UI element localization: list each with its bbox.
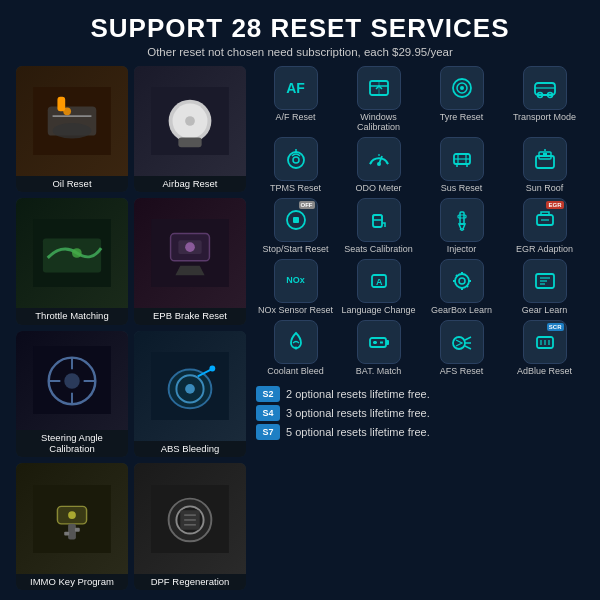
svg-line-83 <box>466 285 468 287</box>
svg-rect-90 <box>386 340 389 345</box>
thumb-throttle: Throttle Matching <box>16 198 128 325</box>
thumb-immo: IMMO Key Program <box>16 463 128 590</box>
badge-row-s7: S7 5 optional resets lifetime free. <box>256 424 584 440</box>
subtitle: Other reset not chosen need subscription… <box>16 46 584 58</box>
main-title: SUPPORT 28 RESET SERVICES <box>16 14 584 43</box>
svg-point-13 <box>72 248 82 258</box>
svg-point-29 <box>209 365 215 371</box>
service-injector: Injector <box>422 198 501 255</box>
service-gearlearn: Gear Learn <box>505 259 584 316</box>
battery-label: BAT. Match <box>356 366 401 377</box>
service-tpms: TPMS Reset <box>256 137 335 194</box>
transport-icon <box>523 66 567 110</box>
thumb-dpf-label: DPF Regeneration <box>134 574 246 590</box>
seats-icon <box>357 198 401 242</box>
badge-s4-text: 3 optional resets lifetime free. <box>286 407 430 419</box>
service-af-reset: AF A/F Reset <box>256 66 335 134</box>
badges-section: S2 2 optional resets lifetime free. S4 3… <box>256 386 584 440</box>
odo-label: ODO Meter <box>355 183 401 194</box>
thumb-immo-label: IMMO Key Program <box>16 574 128 590</box>
service-egr: EGR EGR Adaption <box>505 198 584 255</box>
thumb-epb: EPB Brake Reset <box>134 198 246 325</box>
thumb-abs: ABS Bleeding <box>134 331 246 458</box>
service-language: A Language Change <box>339 259 418 316</box>
gearbox-icon <box>440 259 484 303</box>
seats-label: Seats Calibration <box>344 244 413 255</box>
stopstart-label: Stop/Start Reset <box>262 244 328 255</box>
svg-rect-35 <box>75 527 80 531</box>
windows-label: Windows Calibration <box>339 112 418 134</box>
gearbox-label: GearBox Learn <box>431 305 492 316</box>
badge-s4: S4 <box>256 405 280 421</box>
svg-rect-34 <box>64 531 69 535</box>
gearlearn-icon <box>523 259 567 303</box>
thumb-steering: Steering Angle Calibration <box>16 331 128 458</box>
injector-label: Injector <box>447 244 477 255</box>
svg-point-47 <box>460 86 464 90</box>
windows-icon <box>357 66 401 110</box>
tpms-label: TPMS Reset <box>270 183 321 194</box>
badge-s7-text: 5 optional resets lifetime free. <box>286 426 430 438</box>
badge-row-s4: S4 3 optional resets lifetime free. <box>256 405 584 421</box>
af-reset-label: A/F Reset <box>275 112 315 123</box>
svg-point-10 <box>185 116 195 126</box>
service-tyre: Tyre Reset <box>422 66 501 134</box>
badge-row-s2: S2 2 optional resets lifetime free. <box>256 386 584 402</box>
service-coolant: Coolant Bleed <box>256 320 335 377</box>
badge-s7: S7 <box>256 424 280 440</box>
svg-text:A: A <box>376 277 383 287</box>
svg-point-55 <box>377 162 381 166</box>
svg-point-20 <box>64 373 80 389</box>
svg-rect-66 <box>293 217 299 223</box>
services-section: AF A/F Reset Windows Calibration <box>256 66 584 590</box>
svg-line-82 <box>456 275 458 277</box>
service-seats: Seats Calibration <box>339 198 418 255</box>
badge-s2-text: 2 optional resets lifetime free. <box>286 388 430 400</box>
service-row-5: Coolant Bleed BAT. Match <box>256 320 584 377</box>
thumb-oil-reset: Oil Reset <box>16 66 128 193</box>
battery-icon <box>357 320 401 364</box>
thumb-abs-label: ABS Bleeding <box>134 441 246 457</box>
tpms-icon <box>274 137 318 181</box>
thumb-steering-label: Steering Angle Calibration <box>16 430 128 458</box>
afs-icon <box>440 320 484 364</box>
egr-icon: EGR <box>523 198 567 242</box>
service-stopstart: OFF Stop/Start Reset <box>256 198 335 255</box>
service-windows: Windows Calibration <box>339 66 418 134</box>
thumb-airbag-reset: Airbag Reset <box>134 66 246 193</box>
svg-rect-33 <box>68 523 76 539</box>
sus-icon <box>440 137 484 181</box>
svg-rect-9 <box>178 137 201 147</box>
svg-point-32 <box>68 511 76 519</box>
svg-point-5 <box>63 107 71 115</box>
service-battery: BAT. Match <box>339 320 418 377</box>
egr-label: EGR Adaption <box>516 244 573 255</box>
adblue-icon: SCR <box>523 320 567 364</box>
stopstart-icon: OFF <box>274 198 318 242</box>
service-adblue: SCR AdBlue Reset <box>505 320 584 377</box>
service-sunroof: Sun Roof <box>505 137 584 194</box>
svg-point-88 <box>294 346 297 349</box>
coolant-label: Coolant Bleed <box>267 366 324 377</box>
service-row-2: TPMS Reset ODO Meter <box>256 137 584 194</box>
service-gearbox: GearBox Learn <box>422 259 501 316</box>
service-afs: AFS Reset <box>422 320 501 377</box>
svg-rect-67 <box>373 215 382 227</box>
thumb-epb-label: EPB Brake Reset <box>134 308 246 324</box>
service-sus: Sus Reset <box>422 137 501 194</box>
svg-point-28 <box>185 384 195 394</box>
language-icon: A <box>357 259 401 303</box>
svg-point-3 <box>53 123 92 139</box>
afs-label: AFS Reset <box>440 366 484 377</box>
language-label: Language Change <box>341 305 415 316</box>
sus-label: Sus Reset <box>441 183 483 194</box>
gearlearn-label: Gear Learn <box>522 305 568 316</box>
thumb-throttle-label: Throttle Matching <box>16 308 128 324</box>
thumb-airbag-label: Airbag Reset <box>134 176 246 192</box>
svg-rect-71 <box>458 215 466 218</box>
injector-icon <box>440 198 484 242</box>
coolant-icon <box>274 320 318 364</box>
sunroof-label: Sun Roof <box>526 183 564 194</box>
service-transport: Transport Mode <box>505 66 584 134</box>
nox-icon: NOx <box>274 259 318 303</box>
